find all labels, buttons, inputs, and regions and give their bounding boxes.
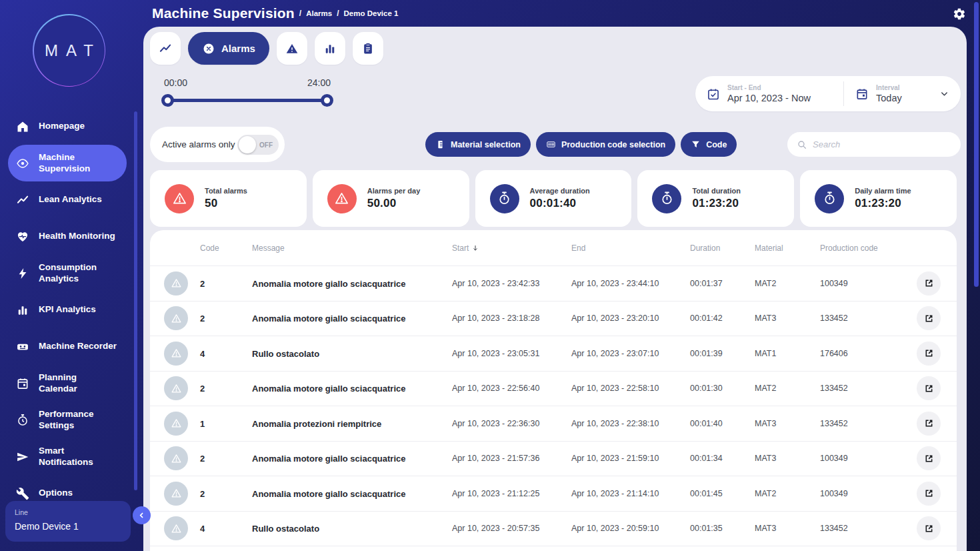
tab-statistics[interactable] [315, 32, 345, 65]
sidebar-item-homepage[interactable]: Homepage [8, 108, 127, 145]
bars-icon [16, 304, 29, 317]
search-box[interactable] [787, 132, 961, 157]
tab-trends[interactable] [150, 32, 181, 65]
warning-icon [172, 191, 187, 206]
stat-card-average-duration: Average duration00:01:40 [475, 170, 632, 227]
column-header-start[interactable]: Start [452, 243, 479, 253]
tab-alarms[interactable]: Alarms [188, 32, 269, 65]
filter-buttons: Material selectionProduction code select… [425, 132, 737, 157]
date-range-label: Start - End [727, 84, 811, 91]
open-in-new-icon [923, 313, 935, 324]
cell-material: MAT3 [755, 454, 776, 463]
cell-code: 2 [200, 488, 205, 498]
search-input[interactable] [813, 139, 951, 149]
sidebar-item-performance-settings[interactable]: Performance Settings [8, 402, 127, 438]
cell-message: Rullo ostacolato [252, 524, 319, 534]
slider-handle-start[interactable] [161, 94, 174, 107]
sidebar-item-lean-analytics[interactable]: Lean Analytics [8, 181, 127, 218]
column-header-duration[interactable]: Duration [690, 243, 720, 253]
open-alarm-detail-button[interactable] [917, 271, 941, 296]
sidebar-item-label: Lean Analytics [39, 194, 102, 205]
active-alarms-toggle[interactable]: OFF [237, 135, 279, 155]
alarm-warning-icon [164, 342, 188, 366]
date-range-value: Apr 10, 2023 - Now [727, 93, 811, 103]
open-alarm-detail-button[interactable] [917, 376, 941, 400]
sidebar-item-consumption-analytics[interactable]: Consumption Analytics [8, 255, 127, 292]
breadcrumb-device[interactable]: Demo Device 1 [344, 9, 399, 17]
cell-start: Apr 10, 2023 - 23:42:33 [452, 279, 539, 288]
clipboard-icon [361, 42, 375, 55]
cell-duration: 00:01:39 [690, 349, 723, 358]
sidebar-scrollbar[interactable] [134, 111, 137, 490]
device-panel[interactable]: Line Demo Device 1 [5, 501, 131, 542]
page-scrollbar[interactable] [974, 2, 979, 287]
cell-start: Apr 10, 2023 - 21:12:25 [452, 489, 539, 498]
warning-badge [165, 184, 194, 213]
cell-message: Anomalia motore giallo sciacquatrice [252, 278, 405, 288]
date-range-picker[interactable]: Start - End Apr 10, 2023 - Now [695, 76, 843, 111]
tab-warnings[interactable] [277, 32, 307, 65]
stat-text: Alarms per day50.00 [367, 187, 420, 210]
production-code-selection-button[interactable]: Production code selection [536, 132, 675, 157]
cell-material: MAT1 [755, 349, 776, 358]
stat-text: Total alarms50 [205, 187, 247, 210]
open-alarm-detail-button[interactable] [917, 482, 941, 506]
open-in-new-icon [923, 453, 935, 464]
breadcrumb-alarms[interactable]: Alarms [306, 9, 332, 17]
sidebar-item-health-monitoring[interactable]: Health Monitoring [8, 218, 127, 255]
open-alarm-detail-button[interactable] [917, 412, 941, 436]
sidebar-item-planning-calendar[interactable]: Planning Calendar [8, 365, 127, 402]
stat-label: Total alarms [205, 187, 247, 195]
device-name: Demo Device 1 [15, 521, 121, 532]
trend-icon [16, 193, 29, 207]
open-alarm-detail-button[interactable] [917, 342, 941, 366]
column-header-end[interactable]: End [571, 243, 585, 253]
sidebar-item-kpi-analytics[interactable]: KPI Analytics [8, 292, 127, 328]
cell-material: MAT3 [755, 524, 776, 533]
open-in-new-icon [923, 523, 935, 534]
slider-track[interactable] [165, 94, 329, 106]
open-in-new-icon [923, 278, 935, 289]
settings-gear-button[interactable] [953, 7, 966, 21]
column-header-material[interactable]: Material [755, 243, 783, 253]
cell-production-code: 133452 [820, 524, 848, 533]
warning-triangle-icon [171, 488, 182, 499]
open-alarm-detail-button[interactable] [917, 516, 941, 540]
interval-select[interactable]: Interval Today [844, 76, 961, 111]
open-in-new-icon [923, 348, 935, 359]
active-alarms-label: Active alarms only [162, 139, 235, 149]
interval-value: Today [876, 93, 902, 103]
sidebar-item-label: Performance Settings [39, 409, 94, 430]
cell-message: Anomalia motore giallo sciacquatrice [252, 454, 405, 464]
slider-handle-end[interactable] [321, 94, 333, 107]
cell-start: Apr 10, 2023 - 20:57:35 [452, 524, 539, 533]
sidebar-item-machine-supervision[interactable]: Machine Supervision [8, 145, 127, 181]
calendar-check-icon [707, 87, 720, 101]
column-header-production-code[interactable]: Production code [820, 243, 878, 253]
open-alarm-detail-button[interactable] [917, 306, 941, 330]
open-alarm-detail-button[interactable] [917, 446, 941, 470]
stat-card-alarms-per-day: Alarms per day50.00 [313, 170, 469, 227]
timer-icon [659, 191, 675, 206]
cell-material: MAT2 [755, 279, 776, 288]
sidebar-item-smart-notifications[interactable]: Smart Notifications [8, 438, 127, 475]
table-header: CodeMessageStartEndDurationMaterialProdu… [150, 230, 957, 265]
stat-value: 50.00 [367, 197, 420, 210]
column-header-code[interactable]: Code [200, 243, 219, 253]
column-header-label: Start [452, 243, 469, 253]
sidebar-item-machine-recorder[interactable]: Machine Recorder [8, 328, 127, 365]
column-header-message[interactable]: Message [252, 243, 285, 253]
sidebar-collapse-button[interactable] [133, 506, 151, 524]
logo-text: MAT [37, 41, 101, 60]
interval-label: Interval [876, 84, 902, 91]
cell-start: Apr 10, 2023 - 22:56:40 [452, 384, 539, 393]
stat-value: 01:23:20 [692, 197, 741, 210]
stat-text: Total duration01:23:20 [692, 187, 741, 210]
alarms-table: CodeMessageStartEndDurationMaterialProdu… [150, 230, 957, 551]
column-header-label: End [571, 243, 585, 253]
material-selection-button[interactable]: Material selection [425, 132, 531, 157]
alarm-warning-icon [164, 271, 188, 296]
tab-report[interactable] [353, 32, 383, 65]
code-button[interactable]: Code [681, 132, 737, 157]
search-icon [797, 139, 807, 150]
